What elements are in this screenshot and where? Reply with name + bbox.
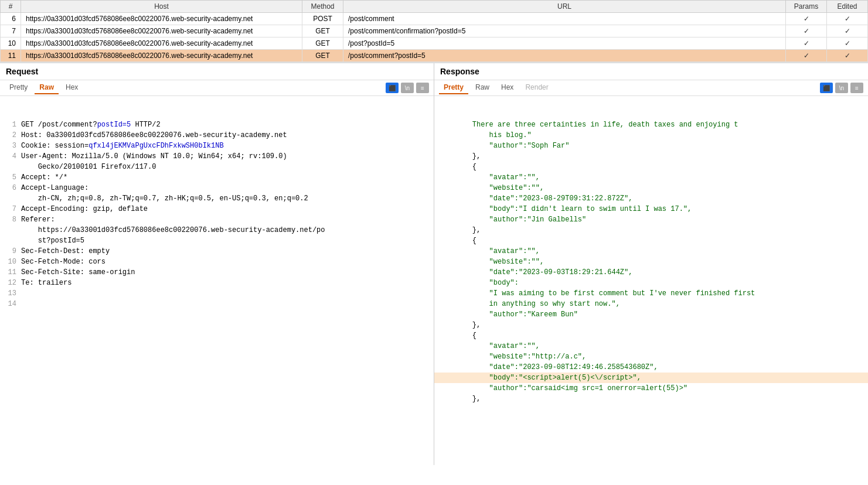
cell-id: 7 — [1, 25, 21, 37]
cell-url: /post/comment/confirmation?postId=5 — [343, 25, 786, 37]
response-line: "website":"", — [434, 257, 868, 267]
line-number: 7 — [5, 204, 16, 214]
line-text: Gecko/20100101 Firefox/117.0 — [21, 162, 429, 172]
line-number — [439, 151, 451, 162]
line-number — [439, 373, 451, 383]
line-text: { — [455, 162, 863, 172]
line-text: https://0a33001d03fcd5768086ee8c00220076… — [21, 225, 429, 235]
line-number — [439, 309, 451, 320]
line-number: 4 — [5, 151, 16, 162]
request-line: 13 — [0, 288, 434, 299]
line-number — [439, 278, 451, 288]
request-line: 11Sec-Fetch-Site: same-origin — [0, 267, 434, 278]
line-text: }, — [455, 394, 863, 404]
response-line: }, — [434, 320, 868, 330]
line-number: 11 — [5, 267, 16, 278]
line-text: "avatar":"", — [455, 341, 863, 351]
response-line: "author":"carsaid<img src=1 onerror=aler… — [434, 383, 868, 394]
response-line: "avatar":"", — [434, 341, 868, 351]
cell-params: ✓ — [786, 25, 827, 37]
menu-icon[interactable]: ≡ — [416, 83, 429, 93]
line-text: Sec-Fetch-Dest: empty — [21, 246, 429, 257]
line-number: 3 — [5, 141, 16, 151]
line-text: "I was aiming to be first comment but I'… — [455, 288, 863, 299]
col-header-num: # — [1, 1, 21, 13]
tab-pretty-response[interactable]: Pretty — [439, 81, 468, 94]
table-row[interactable]: 10 https://0a33001d03fcd5768086ee8c00220… — [1, 37, 868, 50]
response-content[interactable]: There are three certainties in life, dea… — [434, 96, 868, 465]
table-row[interactable]: 7 https://0a33001d03fcd5768086ee8c002200… — [1, 25, 868, 37]
response-tabs[interactable]: Pretty Raw Hex Render ⬛ \n ≡ — [434, 80, 868, 96]
line-text: "body": — [455, 278, 863, 288]
request-content[interactable]: 1GET /post/comment?postId=5 HTTP/22Host:… — [0, 96, 434, 465]
table-row[interactable]: 6 https://0a33001d03fcd5768086ee8c002200… — [1, 13, 868, 25]
line-text: "body":"<script>alert(5)<\/script>", — [455, 373, 863, 383]
line-number — [439, 288, 451, 299]
menu-response-icon[interactable]: ≡ — [850, 83, 863, 93]
cell-method: GET — [302, 37, 343, 50]
cell-method: POST — [302, 13, 343, 25]
line-text: st?postId=5 — [21, 235, 429, 246]
response-line: { — [434, 330, 868, 341]
line-text: }, — [455, 225, 863, 235]
line-text: }, — [455, 320, 863, 330]
cell-method: GET — [302, 50, 343, 62]
line-number: 1 — [5, 119, 16, 130]
line-number: 6 — [5, 183, 16, 193]
line-number — [439, 141, 451, 151]
tab-hex[interactable]: Hex — [61, 81, 83, 94]
ln-icon[interactable]: \n — [401, 83, 414, 93]
line-number — [439, 246, 451, 257]
response-line: "avatar":"", — [434, 246, 868, 257]
response-line: "body":"I didn't learn to swim until I w… — [434, 204, 868, 214]
response-line: "website":"http://a.c", — [434, 351, 868, 362]
request-line: Gecko/20100101 Firefox/117.0 — [0, 162, 434, 172]
line-text: "author":"Jin Galbells" — [455, 214, 863, 225]
line-number — [439, 172, 451, 183]
line-number — [439, 362, 451, 373]
request-line: st?postId=5 — [0, 235, 434, 246]
cell-url: /post?postId=5 — [343, 37, 786, 50]
line-text: }, — [455, 151, 863, 162]
line-text: "author":"carsaid<img src=1 onerror=aler… — [455, 383, 863, 394]
col-header-edited: Edited — [827, 1, 868, 13]
line-number — [5, 225, 16, 235]
ln-response-icon[interactable]: \n — [835, 83, 848, 93]
cell-edited: ✓ — [827, 37, 868, 50]
tab-raw-response[interactable]: Raw — [471, 81, 494, 94]
line-number: 5 — [5, 172, 16, 183]
line-text: "date":"2023-09-03T18:29:21.644Z", — [455, 267, 863, 278]
send-icon[interactable]: ⬛ — [386, 83, 399, 93]
send-response-icon[interactable]: ⬛ — [820, 83, 833, 93]
line-text: GET /post/comment?postId=5 HTTP/2 — [21, 119, 429, 130]
table-row[interactable]: 11 https://0a33001d03fcd5768086ee8c00220… — [1, 50, 868, 62]
tab-hex-response[interactable]: Hex — [496, 81, 518, 94]
cell-host: https://0a33001d03fcd5768086ee8c00220076… — [21, 13, 302, 25]
request-tabs[interactable]: Pretty Raw Hex ⬛ \n ≡ — [0, 80, 434, 96]
line-text: "author":"Soph Far" — [455, 141, 863, 151]
response-panel: Response Pretty Raw Hex Render ⬛ \n ≡ Th… — [434, 63, 868, 465]
line-number: 8 — [5, 214, 16, 225]
cell-params: ✓ — [786, 50, 827, 62]
line-text: "avatar":"", — [455, 172, 863, 183]
line-text: "website":"http://a.c", — [455, 351, 863, 362]
tab-render-response[interactable]: Render — [520, 81, 553, 94]
tab-pretty[interactable]: Pretty — [5, 81, 32, 94]
response-panel-title: Response — [434, 63, 868, 80]
line-number — [439, 341, 451, 351]
line-number — [439, 225, 451, 235]
response-line: }, — [434, 394, 868, 404]
response-line: "I was aiming to be first comment but I'… — [434, 288, 868, 299]
line-number: 14 — [5, 299, 16, 309]
response-line: his blog." — [434, 130, 868, 141]
cell-method: GET — [302, 25, 343, 37]
response-line: }, — [434, 225, 868, 235]
request-line: zh-CN, zh;q=0.8, zh-TW;q=0.7, zh-HK;q=0.… — [0, 193, 434, 204]
request-line: 4User-Agent: Mozilla/5.0 (Windows NT 10.… — [0, 151, 434, 162]
line-number: 10 — [5, 257, 16, 267]
cell-params: ✓ — [786, 37, 827, 50]
tab-raw[interactable]: Raw — [35, 81, 59, 94]
line-text: Accept-Encoding: gzip, deflate — [21, 204, 429, 214]
line-text: Referer: — [21, 214, 429, 225]
cell-edited: ✓ — [827, 25, 868, 37]
